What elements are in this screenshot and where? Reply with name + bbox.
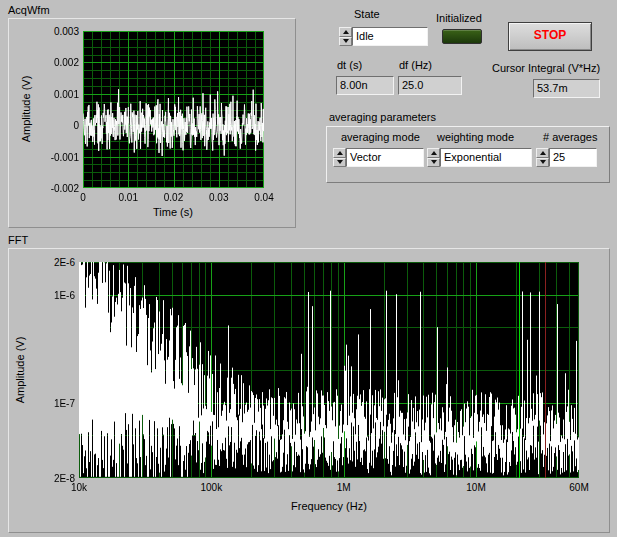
weighting-mode-decrement-button[interactable] (427, 158, 440, 168)
fft-y-tick-label: 1E-6 (31, 290, 75, 301)
initialized-led (442, 29, 482, 44)
acq-x-axis-label: Time (s) (143, 206, 203, 218)
state-increment-button[interactable] (339, 27, 352, 37)
stop-button[interactable]: STOP (508, 22, 592, 51)
averaging-mode-decrement-button[interactable] (333, 158, 346, 168)
fft-x-tick-label: 10M (458, 482, 494, 493)
dt-label: dt (s) (337, 59, 362, 71)
acq-graph-title: AcqWfm (8, 4, 50, 16)
fft-x-tick-label: 100k (193, 482, 229, 493)
acq-x-tick-label: 0.01 (110, 192, 146, 203)
up-arrow-icon (540, 151, 546, 155)
num-averages-increment-button[interactable] (536, 148, 549, 158)
num-averages-input[interactable]: 25 (549, 148, 597, 167)
down-arrow-icon (431, 160, 437, 164)
state-decrement-button[interactable] (339, 37, 352, 47)
state-dropdown[interactable]: Idle (352, 27, 428, 46)
cursor-integral-label: Cursor Integral (V*Hz) (492, 62, 600, 74)
acq-graph: Amplitude (V) Time (s) 0.0030.0020.0010-… (8, 18, 296, 228)
df-indicator: 25.0 (398, 76, 462, 95)
front-panel: AcqWfm Amplitude (V) Time (s) 0.0030.002… (0, 0, 617, 537)
averaging-mode-increment-button[interactable] (333, 148, 346, 158)
num-averages-spinner (536, 148, 549, 167)
fft-x-tick-label: 60M (561, 482, 597, 493)
fft-x-axis-label: Frequency (Hz) (269, 500, 389, 512)
acq-x-tick-label: 0.03 (201, 192, 237, 203)
initialized-label: Initialized (436, 12, 482, 24)
averaging-parameters-group: averaging mode Vector weighting mode Exp… (326, 126, 610, 183)
fft-y-tick-label: 2E-6 (31, 257, 75, 268)
fft-y-axis-label: Amplitude (V) (14, 337, 26, 404)
num-averages-label: # averages (543, 131, 597, 143)
weighting-mode-label: weighting mode (437, 131, 514, 143)
up-arrow-icon (343, 30, 349, 34)
state-spinner (339, 27, 352, 46)
dt-indicator: 8.00n (336, 76, 394, 95)
down-arrow-icon (540, 160, 546, 164)
up-arrow-icon (337, 151, 343, 155)
fft-x-tick-label: 1M (326, 482, 362, 493)
acq-y-tick-label: 0.001 (35, 89, 79, 100)
state-label: State (354, 8, 380, 20)
acq-plot-area[interactable] (83, 31, 264, 188)
averaging-mode-label: averaging mode (341, 131, 420, 143)
fft-x-tick-label: 10k (61, 482, 97, 493)
weighting-mode-increment-button[interactable] (427, 148, 440, 158)
acq-x-tick-label: 0 (65, 192, 101, 203)
fft-graph: Amplitude (V) Frequency (Hz) 2E-61E-61E-… (8, 248, 610, 533)
num-averages-decrement-button[interactable] (536, 158, 549, 168)
averaging-mode-spinner (333, 148, 346, 167)
acq-y-tick-label: -0.001 (35, 152, 79, 163)
fft-graph-title: FFT (8, 234, 28, 246)
acq-y-tick-label: 0 (35, 120, 79, 131)
averaging-mode-dropdown[interactable]: Vector (346, 148, 424, 167)
acq-y-axis-label: Amplitude (V) (20, 76, 32, 143)
down-arrow-icon (343, 39, 349, 43)
fft-plot-area[interactable] (79, 262, 579, 478)
acq-x-tick-label: 0.04 (246, 192, 282, 203)
up-arrow-icon (431, 151, 437, 155)
weighting-mode-spinner (427, 148, 440, 167)
weighting-mode-dropdown[interactable]: Exponential (440, 148, 532, 167)
acq-y-tick-label: 0.002 (35, 57, 79, 68)
fft-y-tick-label: 1E-7 (31, 398, 75, 409)
down-arrow-icon (337, 160, 343, 164)
cursor-integral-indicator: 53.7m (533, 79, 600, 98)
df-label: df (Hz) (399, 59, 432, 71)
acq-x-tick-label: 0.02 (156, 192, 192, 203)
averaging-parameters-label: averaging parameters (329, 111, 436, 123)
acq-y-tick-label: 0.003 (35, 26, 79, 37)
